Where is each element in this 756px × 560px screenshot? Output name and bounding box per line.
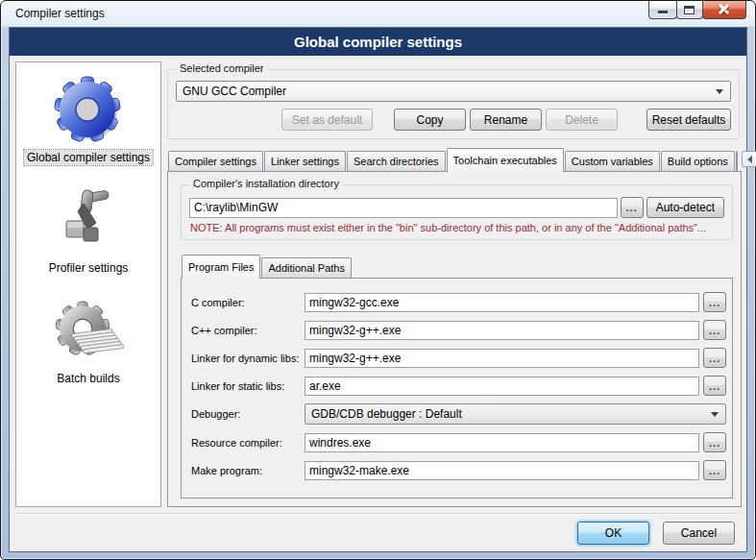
ok-button[interactable]: OK	[577, 522, 649, 545]
dynamic-linker-input[interactable]	[305, 349, 699, 368]
tab-custom-variables[interactable]: Custom variables	[565, 151, 660, 171]
close-icon	[718, 3, 730, 15]
maximize-icon	[684, 6, 695, 14]
tab-program-files[interactable]: Program Files	[182, 255, 260, 279]
field-label: Debugger:	[191, 408, 305, 420]
delete-button[interactable]: Delete	[546, 109, 618, 131]
page-title: Global compiler settings	[10, 28, 746, 56]
resource-compiler-input[interactable]	[305, 433, 699, 452]
installation-directory-row: ... Auto-detect	[189, 197, 724, 218]
tab-scroll-left-icon	[744, 156, 752, 163]
program-tab-strip: Program Files Additional Paths	[181, 255, 733, 278]
field-row-cpp-compiler: C++ compiler: ...	[191, 320, 726, 340]
title-bar[interactable]: Compiler settings	[1, 1, 755, 27]
field-label: C++ compiler:	[191, 325, 305, 336]
field-label: Make program:	[191, 465, 305, 476]
sidebar-item-profiler-settings[interactable]: Profiler settings	[46, 188, 132, 276]
sidebar-item-label: Profiler settings	[46, 260, 132, 276]
field-row-dynamic-linker: Linker for dynamic libs: ...	[191, 348, 726, 368]
tab-additional-paths[interactable]: Additional Paths	[261, 257, 352, 278]
settings-tab-strip: Compiler settings Linker settings Search…	[167, 148, 742, 171]
sidebar-item-batch-builds[interactable]: Batch builds	[53, 299, 124, 386]
make-program-input[interactable]	[305, 461, 699, 480]
caliper-icon	[53, 188, 124, 256]
program-files-notebook: Program Files Additional Paths C compile…	[181, 255, 733, 499]
settings-sidebar: Global compiler settings	[15, 61, 161, 507]
tab-toolchain-executables[interactable]: Toolchain executables	[447, 148, 564, 172]
close-button[interactable]	[702, 1, 746, 19]
maximize-button[interactable]	[676, 1, 703, 19]
field-row-debugger: Debugger: GDB/CDB debugger : Default	[191, 403, 726, 425]
compiler-settings-window: Compiler settings Global compiler settin…	[0, 0, 756, 560]
cancel-button[interactable]: Cancel	[663, 522, 735, 545]
field-row-static-linker: Linker for static libs: ...	[191, 376, 726, 396]
tab-linker-settings[interactable]: Linker settings	[264, 151, 346, 171]
field-row-make-program: Make program: ...	[191, 460, 726, 480]
main-panel: Selected compiler GNU GCC Compiler Set a…	[167, 61, 742, 507]
reset-defaults-button[interactable]: Reset defaults	[646, 109, 731, 131]
browse-button[interactable]: ...	[703, 376, 726, 396]
compiler-select-value: GNU GCC Compiler	[183, 85, 286, 98]
group-label: Compiler's installation directory	[189, 178, 343, 189]
debugger-select[interactable]: GDB/CDB debugger : Default	[305, 403, 726, 425]
minimize-icon	[658, 11, 668, 13]
dropdown-arrow-icon	[716, 89, 723, 98]
cpp-compiler-input[interactable]	[305, 321, 699, 340]
compiler-buttons-row: Set as default Copy Rename Delete Reset …	[176, 109, 731, 131]
selected-compiler-group: Selected compiler GNU GCC Compiler Set a…	[167, 69, 740, 139]
minimize-button[interactable]	[648, 1, 677, 19]
field-row-resource-compiler: Resource compiler: ...	[191, 432, 726, 452]
note-text: NOTE: All programs must exist either in …	[190, 222, 723, 233]
tab-compiler-settings[interactable]: Compiler settings	[168, 151, 263, 171]
auto-detect-button[interactable]: Auto-detect	[646, 197, 724, 218]
tab-search-directories[interactable]: Search directories	[347, 151, 446, 171]
field-label: Resource compiler:	[191, 437, 305, 449]
rename-button[interactable]: Rename	[470, 109, 542, 131]
sidebar-item-label: Batch builds	[54, 371, 122, 386]
installation-directory-group: Compiler's installation directory ... Au…	[181, 184, 733, 240]
window-title: Compiler settings	[15, 7, 105, 20]
dropdown-arrow-icon	[711, 412, 719, 421]
tab-scroll-left-button[interactable]	[742, 151, 756, 167]
dialog-client-area: Global compiler settings	[9, 27, 747, 552]
static-linker-input[interactable]	[305, 377, 699, 396]
installation-directory-input[interactable]	[189, 198, 618, 218]
tab-scroll-buttons	[738, 151, 756, 167]
content-area: Global compiler settings	[10, 56, 746, 511]
browse-button[interactable]: ...	[703, 320, 726, 340]
tab-build-options[interactable]: Build options	[661, 151, 735, 171]
batch-builds-icon	[53, 299, 124, 366]
toolchain-executables-panel: Compiler's installation directory ... Au…	[167, 171, 742, 507]
browse-button[interactable]: ...	[703, 292, 726, 312]
gear-icon	[53, 76, 124, 145]
field-row-c-compiler: C compiler: ...	[191, 292, 726, 312]
browse-button[interactable]: ...	[703, 348, 726, 368]
field-label: C compiler:	[191, 297, 305, 308]
field-label: Linker for dynamic libs:	[191, 353, 305, 364]
copy-button[interactable]: Copy	[394, 109, 466, 131]
set-as-default-button[interactable]: Set as default	[281, 109, 373, 131]
browse-directory-button[interactable]: ...	[621, 197, 644, 218]
field-label: Linker for static libs:	[191, 380, 305, 392]
c-compiler-input[interactable]	[305, 293, 699, 312]
browse-button[interactable]: ...	[703, 432, 726, 452]
compiler-select[interactable]: GNU GCC Compiler	[176, 81, 731, 102]
group-label: Selected compiler	[176, 62, 267, 74]
program-files-panel: C compiler: ... C++ compiler: ... Linker	[181, 278, 733, 499]
debugger-select-value: GDB/CDB debugger : Default	[311, 407, 462, 421]
sidebar-item-label: Global compiler settings	[24, 150, 153, 165]
window-controls	[649, 1, 746, 19]
sidebar-item-global-compiler-settings[interactable]: Global compiler settings	[24, 76, 153, 165]
browse-button[interactable]: ...	[703, 460, 726, 480]
footer-button-row: OK Cancel	[10, 515, 746, 551]
